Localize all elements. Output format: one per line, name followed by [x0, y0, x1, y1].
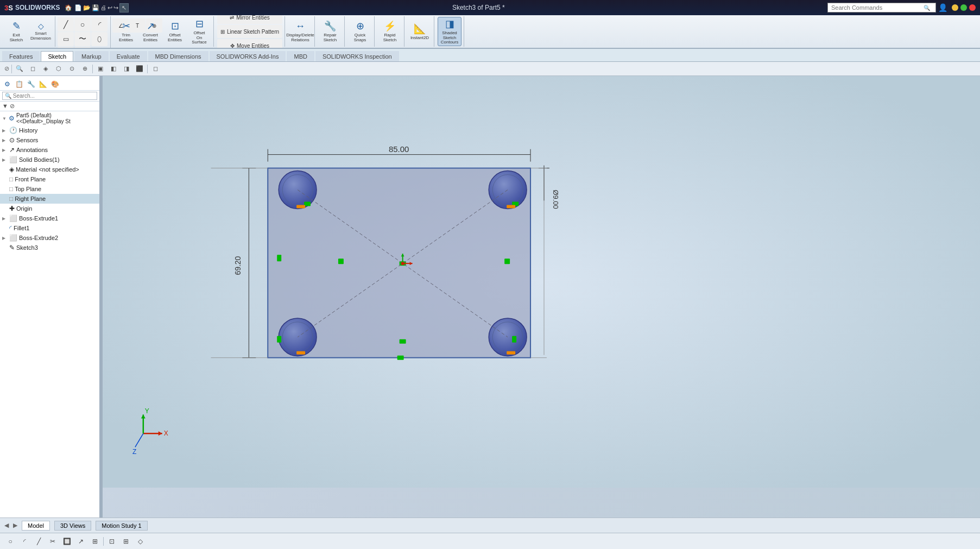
- redo-icon[interactable]: ↪: [113, 4, 118, 11]
- sidebar-resize-handle[interactable]: [97, 76, 99, 518]
- config-mgr-icon[interactable]: 🔧: [26, 79, 36, 89]
- shaded-sketch-button[interactable]: ◨ ShadedSketchContours: [438, 17, 461, 46]
- view-btn-6[interactable]: ⊕: [79, 64, 90, 74]
- cursor-icon[interactable]: ↖: [119, 3, 129, 12]
- instant2d-group: 📐 Instant2D: [406, 16, 434, 47]
- search-icon: 🔍: [924, 5, 930, 11]
- scroll-right-btn[interactable]: ▶: [13, 522, 17, 529]
- tab-sw-inspection[interactable]: SOLIDWORKS Inspection: [315, 51, 399, 61]
- tab-mbd[interactable]: MBD: [287, 51, 314, 61]
- svg-text:Y: Y: [145, 407, 149, 415]
- line-button[interactable]: ╱: [58, 17, 74, 31]
- tree-item-fillet1[interactable]: ▶ ◜ Fillet1: [0, 223, 99, 233]
- linear-pattern-button[interactable]: ⊞ Linear Sketch Pattern: [217, 25, 282, 38]
- viewport-canvas[interactable]: 85.00 69.20 Ø9.00: [103, 76, 980, 518]
- tab-model[interactable]: Model: [22, 521, 50, 531]
- tree-root[interactable]: ▼ ⚙ Part5 (Default) <<Default>_Display S…: [0, 111, 99, 125]
- sketch-dim-btn[interactable]: ◇: [134, 535, 146, 547]
- spline-button[interactable]: 〜: [74, 32, 91, 46]
- mirror-entities-button[interactable]: ⇌ Mirror Entities: [217, 15, 282, 24]
- view-btn-7[interactable]: ▣: [95, 64, 106, 74]
- tree-item-boss-extrude1[interactable]: ▶ ⬜ Boss-Extrude1: [0, 213, 99, 223]
- tab-evaluate[interactable]: Evaluate: [110, 51, 147, 61]
- save-icon[interactable]: 💾: [92, 4, 99, 11]
- modify-group: ✂ TrimEntities ↗ ConvertEntities ⊡ Offse…: [112, 16, 214, 47]
- svg-text:X: X: [164, 430, 168, 437]
- filter-tree-icon[interactable]: ▼ ⊘: [2, 103, 15, 110]
- open-icon[interactable]: 📂: [83, 4, 91, 11]
- smart-dimension-button[interactable]: ◇ SmartDimension: [29, 17, 53, 46]
- new-icon[interactable]: 📄: [74, 4, 82, 11]
- convert-entities-button[interactable]: ↗ ConvertEntities: [138, 17, 162, 46]
- tab-motion-study[interactable]: Motion Study 1: [96, 521, 147, 531]
- offset-entities-button[interactable]: ⊡ OffsetEntities: [163, 17, 187, 46]
- sketch-line-btn[interactable]: ╱: [33, 535, 45, 547]
- tab-sketch[interactable]: Sketch: [41, 51, 73, 61]
- quick-snaps-button[interactable]: ⊕ QuickSnaps: [348, 17, 372, 46]
- close-button[interactable]: [969, 4, 976, 11]
- repair-icon: 🔧: [324, 20, 336, 32]
- sketch-smart-btn[interactable]: 🔲: [61, 535, 73, 547]
- home-icon[interactable]: 🏠: [65, 4, 72, 11]
- view-btn-1[interactable]: 🔍: [14, 64, 25, 74]
- tree-item-solid-bodies[interactable]: ▶ ⬜ Solid Bodies(1): [0, 155, 99, 165]
- move-entities-button[interactable]: ✥ Move Entities: [217, 39, 282, 49]
- title-bar: 3S SOLIDWORKS 🏠 📄 📂 💾 🖨 ↩ ↪ ↖ Sketch3 of…: [0, 0, 980, 15]
- undo-icon[interactable]: ↩: [108, 4, 112, 11]
- view-btn-2[interactable]: ◻: [27, 64, 38, 74]
- search-input[interactable]: [831, 4, 924, 11]
- scroll-left-btn[interactable]: ◀: [4, 522, 9, 529]
- tab-3d-views[interactable]: 3D Views: [54, 521, 91, 531]
- tab-markup[interactable]: Markup: [74, 51, 109, 61]
- sketch-trim-btn[interactable]: ✂: [47, 535, 59, 547]
- sketch-convert-btn[interactable]: ↗: [75, 535, 87, 547]
- tree-item-right-plane[interactable]: ▶ □ Right Plane: [0, 194, 99, 204]
- sketch-arc-btn[interactable]: ◜: [18, 535, 30, 547]
- tree-item-annotations[interactable]: ▶ ↗ Annotations: [0, 145, 99, 155]
- view-btn-10[interactable]: ⬛: [134, 64, 145, 74]
- appearance-icon[interactable]: 🎨: [50, 79, 60, 89]
- rectangle-button[interactable]: ▭: [58, 32, 74, 46]
- dim-expert-icon[interactable]: 📐: [38, 79, 48, 89]
- tab-features[interactable]: Features: [2, 51, 40, 61]
- view-btn-8[interactable]: ◧: [108, 64, 119, 74]
- tab-mbd-dimensions[interactable]: MBD Dimensions: [148, 51, 208, 61]
- tree-item-boss-extrude2[interactable]: ▶ ⬜ Boss-Extrude2: [0, 233, 99, 243]
- arc-button[interactable]: ◜: [91, 17, 108, 31]
- repair-sketch-button[interactable]: 🔧 RepairSketch: [318, 17, 342, 46]
- tree-search-input[interactable]: [2, 92, 97, 100]
- tree-item-history[interactable]: ▶ 🕐 History: [0, 125, 99, 135]
- tree-item-top-plane[interactable]: ▶ □ Top Plane: [0, 184, 99, 194]
- user-icon[interactable]: 👤: [938, 3, 947, 12]
- display-delete-button[interactable]: ↔ Display/DeleteRelations: [288, 17, 312, 46]
- view-btn-9[interactable]: ◨: [121, 64, 132, 74]
- offset-surface-button[interactable]: ⊟ OffsetOnSurface: [187, 17, 211, 46]
- circle-button[interactable]: ○: [74, 17, 91, 31]
- view-btn-5[interactable]: ⊙: [66, 64, 77, 74]
- sketch-grid-btn[interactable]: ⊞: [120, 535, 132, 547]
- instant2d-button[interactable]: 📐 Instant2D: [408, 17, 432, 46]
- search-box[interactable]: 🔍: [827, 3, 936, 12]
- sketch-circle-btn[interactable]: ○: [4, 535, 16, 547]
- property-mgr-icon[interactable]: 📋: [14, 79, 24, 89]
- view-btn-11[interactable]: ◻: [150, 64, 161, 74]
- solidworks-label: SOLIDWORKS: [15, 4, 60, 11]
- exit-sketch-button[interactable]: ✎ ExitSketch: [4, 17, 28, 46]
- feature-mgr-icon[interactable]: ⚙: [2, 79, 12, 89]
- sketch-align-btn[interactable]: ⊡: [106, 535, 118, 547]
- maximize-button[interactable]: [960, 4, 967, 11]
- tree-item-sketch3[interactable]: ▶ ✎ Sketch3: [0, 243, 99, 253]
- rapid-sketch-button[interactable]: ⚡ RapidSketch: [378, 17, 402, 46]
- minimize-button[interactable]: [952, 4, 958, 11]
- sketch-extend-btn[interactable]: ⊞: [89, 535, 101, 547]
- trim-entities-button[interactable]: ✂ TrimEntities: [114, 17, 138, 46]
- tree-item-front-plane[interactable]: ▶ □ Front Plane: [0, 174, 99, 184]
- ellipse-button[interactable]: ⬯: [91, 32, 108, 46]
- tree-item-sensors[interactable]: ▶ ⊙ Sensors: [0, 135, 99, 145]
- print-icon[interactable]: 🖨: [100, 4, 106, 11]
- tree-item-material[interactable]: ▶ ◈ Material <not specified>: [0, 165, 99, 174]
- tab-solidworks-addins[interactable]: SOLIDWORKS Add-Ins: [210, 51, 286, 61]
- tree-item-origin[interactable]: ▶ ✚ Origin: [0, 204, 99, 213]
- view-btn-4[interactable]: ⬡: [53, 64, 64, 74]
- view-btn-3[interactable]: ◈: [40, 64, 51, 74]
